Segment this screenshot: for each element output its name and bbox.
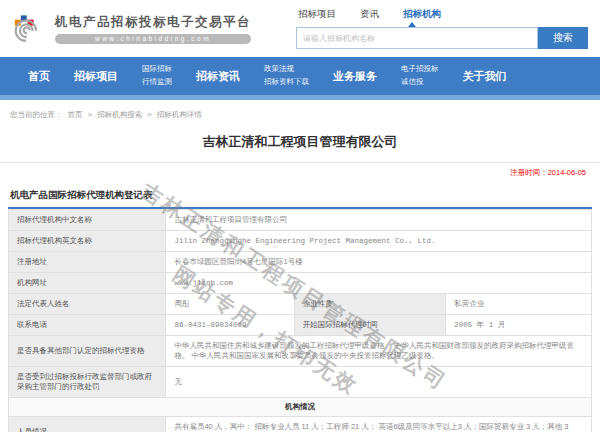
row-value: Jilin Zhengqinghe Engineering Project Ma… — [166, 231, 592, 252]
row-value: 吉林正清和工程项目管理有限公司 — [166, 210, 592, 231]
tab-bidding-agencies[interactable]: 招标机构 — [403, 8, 441, 21]
table-title: 机电产品国际招标代理机构登记表 — [8, 182, 592, 209]
nav-bottom-strip — [0, 95, 600, 100]
tab-bidding-projects[interactable]: 招标项目 — [298, 8, 336, 21]
nav-item-business-services[interactable]: 业务服务 — [321, 69, 389, 84]
nav-item-line1: 国际招标 — [142, 63, 172, 76]
row-value: 共有雇员40 人，其中： 招标专业人员 11 人；工程师 21 人； 英语6级及… — [166, 417, 592, 432]
nav-item-bidding-projects[interactable]: 招标项目 — [62, 69, 130, 84]
row-value: 2005 年 1 月 — [446, 315, 592, 336]
main-nav: 首页 招标项目 国际招标 行情监测 招标资讯 政策法规 招标资料下载 业务服务 … — [0, 57, 600, 95]
active-tab-caret-icon — [408, 22, 416, 27]
nav-item-line2: 行情监测 — [142, 76, 172, 89]
row-label: 是否受到过招标投标行政监督部门或政府采购主管部门的行政处罚 — [9, 367, 166, 398]
row-label: 招标代理机构英文名称 — [9, 231, 166, 252]
search-input[interactable] — [296, 27, 538, 49]
row-label: 注册地址 — [9, 252, 166, 273]
breadcrumb-home[interactable]: 首页 — [68, 110, 83, 119]
nav-item-home[interactable]: 首页 — [16, 69, 62, 84]
register-time-label: 注册时间： — [510, 168, 548, 177]
registration-table: 招标代理机构中文名称 吉林正清和工程项目管理有限公司 招标代理机构英文名称 Ji… — [8, 209, 592, 432]
table-row: 注册地址 长春市绿园区普阳街4号七星国际1号楼 — [9, 252, 592, 273]
tab-news[interactable]: 资讯 — [360, 8, 379, 21]
nav-item-about-us[interactable]: 关于我们 — [451, 69, 519, 84]
table-row: 法定代表人姓名 周彤 企业性质 私营企业 — [9, 294, 592, 315]
table-row: 联系电话 86-0431-89034069 开始国际招标代理时间 2005 年 … — [9, 315, 592, 336]
breadcrumb-agency-search[interactable]: 招标机构搜索 — [97, 110, 142, 119]
search-button[interactable]: 搜索 — [538, 27, 588, 49]
nav-item-e-bidding[interactable]: 电子招投标 诚信投 — [389, 63, 451, 89]
section-header: 机构情况 — [9, 398, 592, 417]
breadcrumb: 您当前的位置： 首页 > 招标机构搜索 > 招标机构详情 — [10, 110, 600, 120]
row-label: 招标代理机构中文名称 — [9, 210, 166, 231]
row-value: 周彤 — [166, 294, 294, 315]
row-value: 86-0431-89034069 — [166, 315, 294, 336]
row-label: 法定代表人姓名 — [9, 294, 166, 315]
nav-item-international-bidding[interactable]: 国际招标 行情监测 — [130, 63, 184, 89]
table-row: 招标代理机构英文名称 Jilin Zhengqinghe Engineering… — [9, 231, 592, 252]
nav-item-line1: 电子招投标 — [401, 63, 439, 76]
breadcrumb-prefix: 您当前的位置： — [10, 110, 63, 119]
breadcrumb-separator: > — [147, 110, 151, 119]
row-label: 机构网址 — [9, 273, 166, 294]
nav-item-line2: 招标资料下载 — [264, 76, 309, 89]
row-label: 联系电话 — [9, 315, 166, 336]
row-label: 是否具备其他部门认定的招标代理资格 — [9, 336, 166, 367]
table-row: 招标代理机构中文名称 吉林正清和工程项目管理有限公司 — [9, 210, 592, 231]
table-row: 机构网址 www.jlzqh.com — [9, 273, 592, 294]
row-label: 开始国际招标代理时间 — [294, 315, 446, 336]
register-time-row: 注册时间：2014-06-05 — [0, 162, 600, 181]
row-value: 私营企业 — [446, 294, 592, 315]
row-label: 企业性质 — [294, 294, 446, 315]
search-bar: 搜索 — [296, 27, 588, 49]
site-logo[interactable]: 机电产品招标投标电子交易平台 www.chinabidding.com — [14, 12, 251, 46]
nav-item-line1: 政策法规 — [264, 63, 309, 76]
header-search-area: 招标项目 资讯 招标机构 搜索 — [296, 8, 588, 49]
page-title: 吉林正清和工程项目管理有限公司 — [0, 133, 600, 151]
breadcrumb-separator: > — [88, 110, 92, 119]
register-time-value: 2014-06-05 — [548, 168, 586, 177]
site-url-pill: www.chinabidding.com — [55, 34, 251, 44]
table-section-row: 机构情况 — [9, 398, 592, 417]
table-row: 是否具备其他部门认定的招标代理资格 中华人民共和国住房和城乡建设部颁发的工程招标… — [9, 336, 592, 367]
nav-item-policy-downloads[interactable]: 政策法规 招标资料下载 — [252, 63, 321, 89]
row-value: 长春市绿园区普阳街4号七星国际1号楼 — [166, 252, 592, 273]
registration-table-section: 机电产品国际招标代理机构登记表 招标代理机构中文名称 吉林正清和工程项目管理有限… — [8, 182, 592, 432]
table-row: 是否受到过招标投标行政监督部门或政府采购主管部门的行政处罚 无 — [9, 367, 592, 398]
table-row: 人员情况 共有雇员40 人，其中： 招标专业人员 11 人；工程师 21 人； … — [9, 417, 592, 432]
row-value: 无 — [166, 367, 592, 398]
row-value: 中华人民共和国住房和城乡建设部颁发的工程招标代理甲级资格。 中华人民共和国财政部… — [166, 336, 592, 367]
row-label: 人员情况 — [9, 417, 166, 432]
top-header: 机电产品招标投标电子交易平台 www.chinabidding.com 招标项目… — [0, 0, 600, 57]
logo-spiral-icon — [14, 12, 48, 46]
nav-item-line2: 诚信投 — [401, 76, 439, 89]
nav-item-bidding-news[interactable]: 招标资讯 — [184, 69, 252, 84]
breadcrumb-agency-detail: 招标机构详情 — [157, 110, 202, 119]
site-title: 机电产品招标投标电子交易平台 — [55, 14, 251, 31]
header-tabs: 招标项目 资讯 招标机构 — [298, 8, 588, 21]
row-value: www.jlzqh.com — [166, 273, 592, 294]
